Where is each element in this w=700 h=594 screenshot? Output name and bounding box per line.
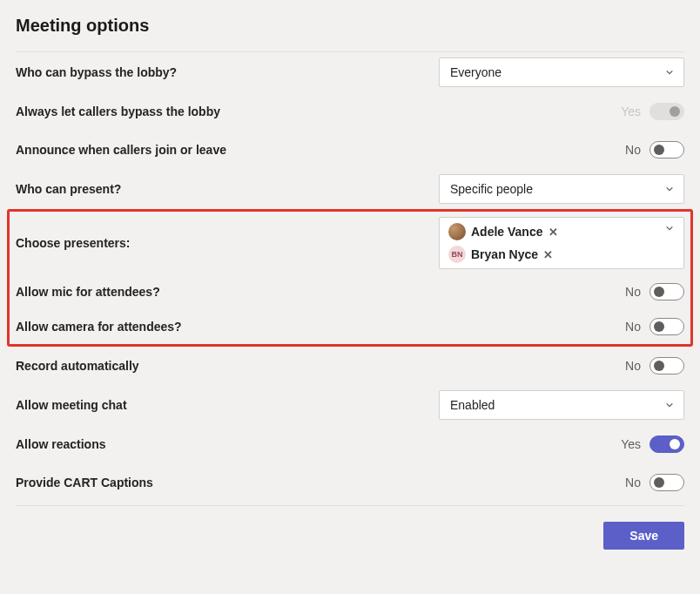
highlight-box: Choose presenters: Adele Vance ✕ BN Brya… [7, 209, 693, 347]
row-always-callers-bypass: Always let callers bypass the lobby Yes [16, 92, 684, 131]
label-always-callers-bypass: Always let callers bypass the lobby [16, 105, 220, 118]
toggle-cart-captions[interactable] [650, 474, 684, 491]
people-picker-presenters[interactable]: Adele Vance ✕ BN Bryan Nyce ✕ [439, 217, 684, 269]
chevron-down-icon [664, 184, 675, 194]
row-allow-chat: Allow meeting chat Enabled [16, 385, 684, 425]
label-announce-join-leave: Announce when callers join or leave [16, 143, 226, 157]
page-title: Meeting options [16, 16, 684, 36]
toggle-always-callers-bypass [650, 103, 684, 120]
value-cart-captions: No [625, 476, 641, 489]
presenter-chips: Adele Vance ✕ BN Bryan Nyce ✕ [448, 223, 558, 263]
toggle-announce-join-leave[interactable] [650, 141, 684, 159]
row-allow-camera: Allow camera for attendees? No [16, 309, 684, 344]
select-allow-chat-value: Enabled [450, 398, 495, 412]
toggle-allow-camera[interactable] [650, 318, 684, 335]
label-allow-camera: Allow camera for attendees? [16, 320, 182, 334]
presenter-chip: BN Bryan Nyce ✕ [448, 246, 558, 263]
row-allow-mic: Allow mic for attendees? No [16, 274, 684, 309]
presenter-name: Bryan Nyce [471, 247, 538, 261]
row-record-auto: Record automatically No [16, 347, 684, 385]
label-allow-mic: Allow mic for attendees? [16, 285, 160, 299]
chevron-down-icon [664, 223, 675, 233]
label-cart-captions: Provide CART Captions [16, 476, 153, 489]
save-button[interactable]: Save [603, 522, 684, 550]
select-bypass-lobby-value: Everyone [450, 65, 501, 79]
value-always-callers-bypass: Yes [621, 105, 641, 118]
value-allow-mic: No [625, 285, 641, 299]
select-who-can-present-value: Specific people [450, 182, 533, 196]
value-announce-join-leave: No [625, 143, 641, 157]
value-allow-reactions: Yes [621, 437, 641, 451]
select-who-can-present[interactable]: Specific people [439, 174, 684, 204]
label-who-can-present: Who can present? [16, 182, 121, 196]
label-allow-reactions: Allow reactions [16, 437, 105, 451]
label-bypass-lobby: Who can bypass the lobby? [16, 65, 177, 79]
presenter-chip: Adele Vance ✕ [448, 223, 558, 240]
select-bypass-lobby[interactable]: Everyone [439, 57, 684, 87]
chevron-down-icon [664, 400, 675, 410]
presenter-name: Adele Vance [471, 225, 543, 239]
remove-presenter-icon[interactable]: ✕ [543, 249, 553, 260]
row-announce-join-leave: Announce when callers join or leave No [16, 131, 684, 169]
label-allow-chat: Allow meeting chat [16, 398, 127, 412]
row-allow-reactions: Allow reactions Yes [16, 425, 684, 463]
label-choose-presenters: Choose presenters: [16, 236, 130, 250]
avatar: BN [448, 246, 466, 263]
remove-presenter-icon[interactable]: ✕ [549, 226, 558, 238]
value-record-auto: No [625, 359, 641, 373]
chevron-down-icon [664, 67, 675, 78]
label-record-auto: Record automatically [16, 359, 139, 373]
toggle-record-auto[interactable] [650, 357, 684, 375]
row-cart-captions: Provide CART Captions No [16, 463, 684, 502]
footer: Save [16, 506, 684, 550]
toggle-allow-reactions[interactable] [650, 435, 684, 453]
avatar [448, 223, 466, 240]
row-choose-presenters: Choose presenters: Adele Vance ✕ BN Brya… [16, 212, 684, 274]
select-allow-chat[interactable]: Enabled [439, 390, 684, 420]
row-who-can-present: Who can present? Specific people [16, 169, 684, 209]
row-bypass-lobby: Who can bypass the lobby? Everyone [16, 52, 684, 92]
toggle-allow-mic[interactable] [650, 283, 684, 300]
value-allow-camera: No [625, 320, 641, 334]
